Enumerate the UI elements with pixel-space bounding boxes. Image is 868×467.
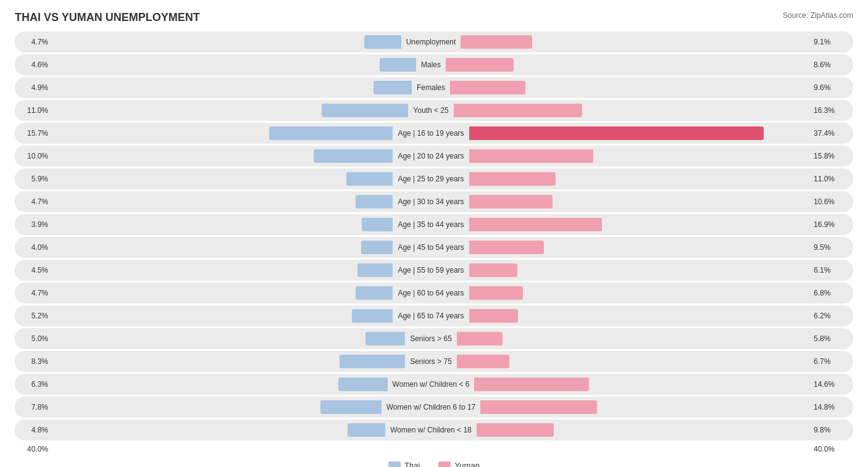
row-label: Age | 55 to 59 years	[393, 266, 469, 275]
bar-row: 5.0% Seniors > 65 5.8%	[15, 328, 853, 349]
bar-row: 4.7% Age | 60 to 64 years 6.8%	[15, 283, 853, 304]
bar-section: Seniors > 75	[52, 351, 810, 372]
thai-bar	[346, 172, 393, 186]
bar-row: 6.3% Women w/ Children < 6 14.6%	[15, 374, 853, 395]
thai-bar	[348, 423, 385, 437]
bar-section: Age | 16 to 19 years	[52, 123, 810, 144]
left-bar-area	[52, 376, 388, 392]
right-bar-area	[474, 376, 810, 392]
row-label: Women w/ Children < 6	[388, 380, 475, 389]
yuman-bar	[450, 81, 525, 94]
right-bar-area	[469, 285, 810, 301]
chart-header: THAI VS YUMAN UNEMPLOYMENT Source: ZipAt…	[15, 11, 853, 24]
right-bar-area	[461, 34, 810, 50]
thai-bar	[373, 81, 412, 94]
left-value: 4.7%	[15, 197, 52, 206]
legend-yuman: Yuman	[438, 461, 479, 467]
thai-bar	[322, 104, 408, 117]
left-bar-area	[52, 125, 393, 141]
left-bar-area	[52, 34, 401, 50]
bar-section: Age | 35 to 44 years	[52, 214, 810, 235]
row-label: Males	[416, 60, 446, 69]
thai-bar	[365, 332, 405, 345]
axis-row: 40.0% 40.0%	[15, 442, 853, 455]
left-bar-area	[52, 262, 393, 278]
thai-bar	[361, 241, 393, 254]
axis-right: 40.0%	[810, 445, 853, 453]
right-bar-area	[450, 80, 810, 96]
bar-section: Seniors > 65	[52, 328, 810, 349]
left-bar-area	[52, 331, 405, 347]
bar-section: Women w/ Children < 18	[52, 419, 810, 440]
bar-row: 11.0% Youth < 25 16.3%	[15, 100, 853, 121]
legend-thai-box	[388, 461, 401, 468]
bar-row: 4.0% Age | 45 to 54 years 9.5%	[15, 237, 853, 258]
left-bar-area	[52, 422, 385, 438]
right-value: 15.8%	[810, 152, 853, 160]
left-value: 4.7%	[15, 289, 52, 297]
right-value: 6.7%	[810, 357, 853, 366]
left-bar-area	[52, 148, 393, 164]
right-bar-area	[469, 239, 810, 255]
right-value: 10.6%	[810, 197, 853, 206]
right-bar-area	[477, 422, 810, 438]
bar-row: 7.8% Women w/ Children 6 to 17 14.8%	[15, 397, 853, 418]
bar-row: 4.5% Age | 55 to 59 years 6.1%	[15, 260, 853, 281]
thai-bar	[357, 263, 393, 277]
left-value: 4.8%	[15, 426, 52, 434]
left-value: 4.6%	[15, 60, 52, 69]
yuman-bar	[469, 286, 523, 300]
right-bar-area	[457, 353, 810, 370]
right-value: 9.1%	[810, 38, 853, 46]
thai-bar	[356, 195, 393, 209]
bar-section: Males	[52, 54, 810, 75]
right-value: 14.6%	[810, 380, 853, 389]
thai-bar	[364, 35, 401, 49]
legend-yuman-box	[438, 461, 451, 468]
row-label: Women w/ Children 6 to 17	[382, 403, 481, 411]
right-bar-area	[469, 308, 810, 324]
bar-section: Females	[52, 77, 810, 98]
row-label: Seniors > 75	[405, 357, 457, 366]
bar-section: Age | 20 to 24 years	[52, 146, 810, 167]
left-value: 11.0%	[15, 106, 52, 115]
left-bar-area	[52, 171, 393, 187]
yuman-bar	[457, 332, 503, 345]
left-bar-area	[52, 194, 393, 210]
chart-title: THAI VS YUMAN UNEMPLOYMENT	[15, 11, 200, 24]
row-label: Age | 45 to 54 years	[393, 243, 469, 252]
thai-bar	[340, 355, 405, 368]
yuman-bar	[457, 355, 509, 368]
yuman-bar	[461, 35, 532, 49]
legend-thai-label: Thai	[404, 461, 420, 467]
row-label: Unemployment	[401, 38, 461, 46]
yuman-bar	[446, 58, 514, 72]
chart-legend: Thai Yuman	[15, 461, 853, 467]
row-label: Females	[412, 83, 450, 92]
chart-source: Source: ZipAtlas.com	[783, 11, 853, 20]
yuman-bar	[454, 104, 582, 117]
bar-section: Age | 65 to 74 years	[52, 305, 810, 326]
left-bar-area	[52, 239, 393, 255]
chart-container: THAI VS YUMAN UNEMPLOYMENT Source: ZipAt…	[0, 0, 868, 467]
bar-row: 4.8% Women w/ Children < 18 9.8%	[15, 419, 853, 440]
right-value: 8.6%	[810, 60, 853, 69]
thai-bar	[320, 400, 382, 414]
yuman-bar	[469, 195, 553, 209]
left-value: 4.9%	[15, 83, 52, 92]
yuman-bar	[469, 263, 517, 277]
right-bar-area	[469, 262, 810, 278]
yuman-bar	[469, 309, 518, 323]
left-bar-area	[52, 80, 412, 96]
right-value: 9.5%	[810, 243, 853, 252]
yuman-bar	[474, 378, 589, 391]
bar-row: 4.7% Unemployment 9.1%	[15, 31, 853, 52]
row-label: Youth < 25	[408, 106, 453, 115]
bar-section: Age | 55 to 59 years	[52, 260, 810, 281]
left-value: 3.9%	[15, 220, 52, 229]
right-value: 16.9%	[810, 220, 853, 229]
right-value: 6.8%	[810, 289, 853, 297]
row-label: Age | 60 to 64 years	[393, 289, 469, 297]
right-bar-area	[469, 217, 810, 233]
bar-section: Women w/ Children 6 to 17	[52, 397, 810, 418]
